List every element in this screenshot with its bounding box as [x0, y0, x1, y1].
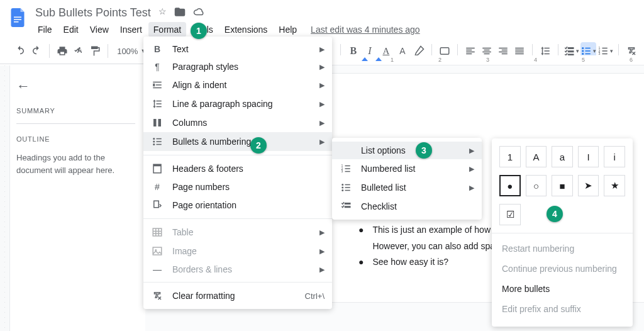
doc-line: However, you can also add spa	[372, 240, 495, 254]
doc-line: See how easy it is?	[372, 255, 448, 269]
svg-point-4	[582, 47, 584, 49]
svg-rect-3	[440, 48, 449, 55]
list-glyph-1[interactable]: 1	[499, 146, 521, 167]
menu-edit[interactable]: Edit	[58, 22, 84, 37]
submenu-checklist[interactable]: Checklist	[332, 197, 482, 216]
svg-rect-0	[14, 17, 21, 18]
svg-rect-10	[153, 119, 157, 126]
star-icon[interactable]: ☆	[158, 6, 167, 20]
spellcheck-button[interactable]	[71, 42, 86, 60]
svg-text:3: 3	[341, 169, 343, 173]
list-glyph-i[interactable]: i	[604, 146, 625, 167]
format-table: Table▶	[143, 223, 332, 242]
paint-format-button[interactable]	[87, 42, 103, 60]
cloud-status-icon[interactable]	[193, 6, 204, 20]
list-continue-numbering: Continue previous numbering	[499, 259, 625, 279]
svg-rect-16	[153, 164, 161, 166]
svg-rect-11	[158, 119, 162, 126]
docs-logo[interactable]	[5, 5, 30, 30]
list-glyph-checkbox[interactable]: ☑	[499, 204, 521, 225]
list-glyph-star[interactable]: ★	[604, 175, 625, 196]
menu-view[interactable]: View	[85, 22, 114, 37]
redo-button[interactable]	[29, 42, 44, 60]
list-glyph-arrow[interactable]: ➤	[578, 175, 599, 196]
list-more-bullets[interactable]: More bullets	[499, 279, 625, 299]
format-page-numbers[interactable]: #Page numbers	[143, 178, 332, 196]
doc-title[interactable]: Sub Bullets Points Test	[33, 5, 153, 21]
outline-summary-heading: SUMMARY	[16, 107, 135, 115]
list-glyph-A[interactable]: A	[526, 146, 547, 167]
menu-bar: File Edit View Insert Format Tools Exten…	[33, 22, 639, 37]
menu-help[interactable]: Help	[274, 22, 302, 37]
list-glyph-square[interactable]: ■	[552, 175, 573, 196]
move-icon[interactable]	[174, 6, 186, 20]
format-align-indent[interactable]: Align & indent▶	[143, 76, 332, 94]
list-glyph-disc[interactable]: ●	[499, 175, 521, 196]
svg-point-5	[582, 50, 584, 52]
svg-rect-17	[154, 201, 159, 208]
step-badge-3: 3	[416, 142, 432, 159]
format-bullets-numbering[interactable]: Bullets & numbering▶	[143, 132, 332, 151]
svg-point-25	[341, 187, 343, 189]
svg-rect-1	[14, 19, 21, 20]
format-headers-footers[interactable]: Headers & footers	[143, 159, 332, 178]
submenu-numbered-list[interactable]: 123Numbered list▶	[332, 159, 482, 178]
outline-back-button[interactable]: ←	[16, 78, 30, 94]
step-badge-1: 1	[191, 23, 207, 39]
menu-insert[interactable]: Insert	[115, 22, 147, 37]
list-glyph-a[interactable]: a	[552, 146, 573, 167]
format-line-spacing[interactable]: Line & paragraph spacing▶	[143, 94, 332, 113]
format-columns[interactable]: Columns▶	[143, 113, 332, 132]
vertical-ruler	[0, 65, 10, 331]
format-text[interactable]: BText▶	[143, 40, 332, 58]
list-glyph-circle[interactable]: ○	[526, 175, 547, 196]
menu-format[interactable]: Format	[148, 22, 186, 37]
format-paragraph-styles[interactable]: ¶Paragraph styles▶	[143, 58, 332, 76]
submenu-list-options[interactable]: List options▶	[332, 142, 482, 159]
svg-point-26	[341, 189, 343, 191]
undo-button[interactable]	[13, 42, 28, 60]
bullets-submenu: List options▶ 123Numbered list▶ Bulleted…	[332, 138, 482, 220]
outline-empty-note: Headings you add to the document will ap…	[16, 152, 135, 176]
list-restart-numbering: Restart numbering	[499, 238, 625, 259]
list-options-panel: 1 A a I i ● ○ ■ ➤ ★ ☑ Restart numbering …	[492, 138, 633, 327]
submenu-bulleted-list[interactable]: Bulleted list▶	[332, 178, 482, 197]
menu-extensions[interactable]: Extensions	[219, 22, 272, 37]
svg-point-14	[153, 143, 155, 145]
list-glyph-I[interactable]: I	[578, 146, 599, 167]
svg-point-13	[153, 141, 155, 143]
format-image: Image▶	[143, 242, 332, 261]
menu-file[interactable]: File	[33, 22, 57, 37]
last-edit-link[interactable]: Last edit was 4 minutes ago	[311, 25, 420, 35]
svg-point-6	[582, 53, 584, 55]
list-edit-prefix-suffix: Edit prefix and suffix	[499, 299, 625, 319]
format-menu-dropdown: BText▶ ¶Paragraph styles▶ Align & indent…	[143, 36, 332, 309]
outline-outline-heading: OUTLINE	[16, 135, 135, 143]
svg-point-12	[153, 138, 155, 140]
svg-rect-2	[14, 21, 19, 23]
svg-rect-18	[153, 228, 162, 236]
svg-point-24	[341, 184, 343, 186]
step-badge-2: 2	[250, 137, 267, 154]
format-page-orientation[interactable]: Page orientation	[143, 196, 332, 215]
print-button[interactable]	[55, 42, 70, 60]
svg-rect-19	[153, 247, 162, 255]
outline-panel: ← SUMMARY OUTLINE Headings you add to th…	[10, 65, 145, 331]
format-clear-formatting[interactable]: Clear formattingCtrl+\	[143, 286, 332, 305]
step-badge-4: 4	[547, 206, 563, 222]
format-borders-lines: —Borders & lines▶	[143, 261, 332, 278]
